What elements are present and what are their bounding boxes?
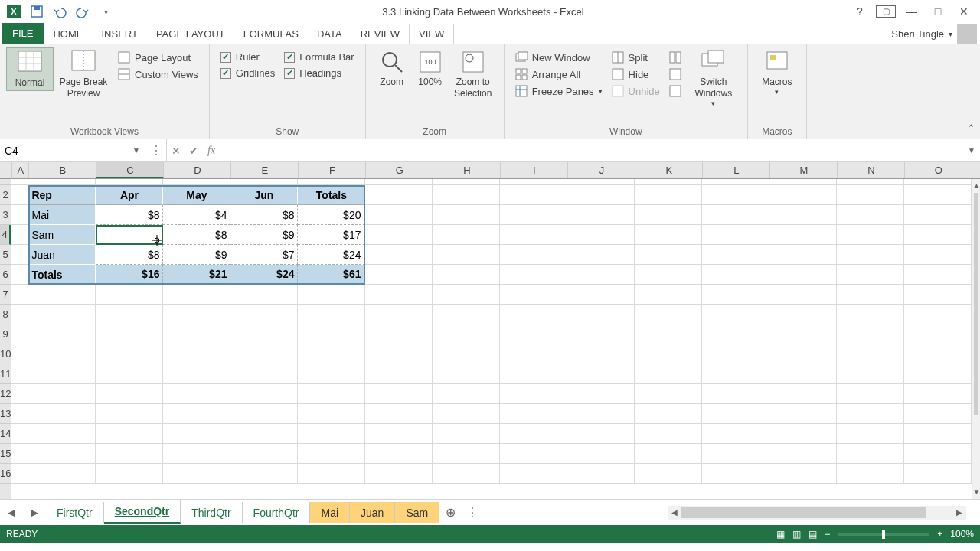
- svg-rect-34: [676, 52, 681, 63]
- sheet-tab-firstqtr[interactable]: FirstQtr: [46, 502, 104, 523]
- sync-scroll-icon[interactable]: [668, 66, 683, 83]
- cancel-icon[interactable]: ✕: [172, 145, 181, 157]
- vertical-scrollbar[interactable]: ▲ ▼: [972, 179, 980, 499]
- svg-rect-11: [119, 52, 129, 63]
- view-normal-icon[interactable]: ▦: [776, 529, 785, 540]
- sheet-nav-next-icon[interactable]: ▶: [31, 507, 38, 518]
- svg-rect-4: [18, 51, 41, 71]
- tab-formulas[interactable]: FORMULAS: [234, 24, 308, 44]
- svg-rect-36: [670, 86, 681, 96]
- sheet-tab-sam[interactable]: Sam: [395, 502, 439, 523]
- formula-row: C4▼ ⋮ ✕ ✔ fx ▼: [0, 139, 980, 162]
- svg-line-15: [395, 65, 402, 72]
- svg-text:100: 100: [424, 58, 436, 66]
- ruler-checkbox[interactable]: ✔Ruler: [219, 49, 276, 65]
- svg-rect-18: [463, 52, 483, 72]
- zoom-100-button[interactable]: 100100%: [412, 47, 449, 90]
- macros-button[interactable]: Macros▾: [754, 47, 800, 98]
- zoom-slider[interactable]: [838, 533, 929, 536]
- sheet-tab-fourthqtr[interactable]: FourthQtr: [243, 502, 311, 523]
- ribbon-options-icon[interactable]: ▢: [876, 5, 896, 18]
- horizontal-scrollbar[interactable]: ◀ ▶: [668, 506, 966, 520]
- page-layout-button[interactable]: Page Layout: [116, 49, 200, 66]
- hscroll-thumb[interactable]: [681, 507, 926, 518]
- redo-icon[interactable]: [72, 1, 93, 22]
- tab-insert[interactable]: INSERT: [92, 24, 146, 44]
- help-icon[interactable]: ?: [850, 5, 870, 18]
- svg-rect-25: [522, 75, 527, 80]
- sheet-tab-bar: ◀▶ FirstQtr SecondQtr ThirdQtr FourthQtr…: [0, 499, 980, 525]
- view-layout-icon[interactable]: ▥: [792, 529, 801, 540]
- expand-formula-icon[interactable]: ▼: [968, 146, 975, 155]
- tab-data[interactable]: DATA: [308, 24, 351, 44]
- scroll-thumb[interactable]: [974, 193, 978, 415]
- active-cell[interactable]: [96, 225, 163, 245]
- svg-rect-35: [670, 69, 681, 80]
- select-all-corner[interactable]: [0, 162, 12, 179]
- scroll-left-icon[interactable]: ◀: [668, 508, 681, 517]
- new-sheet-icon[interactable]: ⊕: [439, 505, 461, 520]
- title-bar: X ▾ 3.3 Linking Data Between Worksheets …: [0, 0, 980, 23]
- save-icon[interactable]: [26, 1, 47, 22]
- formula-bar[interactable]: ▼: [220, 139, 980, 161]
- undo-icon[interactable]: [49, 1, 70, 22]
- svg-rect-24: [516, 75, 521, 80]
- formulabar-checkbox[interactable]: ✔Formula Bar: [283, 49, 356, 65]
- custom-views-button[interactable]: Custom Views: [116, 66, 200, 83]
- tab-review[interactable]: REVIEW: [351, 24, 409, 44]
- sheet-tab-mai[interactable]: Mai: [310, 502, 350, 523]
- svg-rect-33: [670, 52, 675, 63]
- svg-point-14: [383, 53, 397, 67]
- zoom-in-icon[interactable]: +: [937, 529, 942, 540]
- name-box[interactable]: C4▼: [0, 139, 145, 161]
- scroll-right-icon[interactable]: ▶: [952, 508, 966, 517]
- window-title: 3.3 Linking Data Between Worksheets - Ex…: [116, 6, 850, 18]
- status-mode: READY: [6, 529, 38, 540]
- maximize-icon[interactable]: □: [928, 5, 948, 18]
- tab-file[interactable]: FILE: [2, 23, 44, 44]
- sheet-tab-thirdqtr[interactable]: ThirdQtr: [181, 502, 242, 523]
- tab-home[interactable]: HOME: [44, 24, 92, 44]
- enter-icon[interactable]: ✔: [189, 145, 198, 157]
- sheet-tab-juan[interactable]: Juan: [350, 502, 395, 523]
- svg-rect-3: [34, 6, 40, 10]
- hide-button[interactable]: Hide: [610, 66, 662, 83]
- account-area[interactable]: Sheri Tingle▾: [891, 24, 980, 44]
- column-headers[interactable]: A B C D E F G H I J K L M N O: [12, 162, 972, 179]
- zoom-level[interactable]: 100%: [950, 529, 974, 540]
- tab-page-layout[interactable]: PAGE LAYOUT: [147, 24, 234, 44]
- svg-rect-32: [612, 86, 623, 96]
- reset-position-icon[interactable]: [668, 83, 683, 99]
- cell-grid[interactable]: Rep Apr May Jun Totals Mai $8 $4 $8 $20 …: [11, 179, 972, 499]
- arrange-all-button[interactable]: Arrange All: [514, 66, 604, 83]
- normal-view-button[interactable]: Normal: [6, 47, 54, 91]
- view-break-icon[interactable]: ▤: [808, 529, 817, 540]
- new-window-button[interactable]: New Window: [514, 49, 604, 66]
- collapse-ribbon-icon[interactable]: ⌃: [967, 122, 975, 134]
- scroll-up-icon[interactable]: ▲: [972, 179, 980, 193]
- zoom-button[interactable]: Zoom: [372, 47, 412, 90]
- zoom-out-icon[interactable]: −: [825, 529, 830, 540]
- sheet-tab-secondqtr[interactable]: SecondQtr: [104, 500, 181, 524]
- scroll-down-icon[interactable]: ▼: [972, 485, 980, 499]
- view-side-icon[interactable]: [668, 49, 683, 66]
- tab-view[interactable]: VIEW: [409, 24, 454, 44]
- ribbon-tabs: FILE HOME INSERT PAGE LAYOUT FORMULAS DA…: [0, 23, 980, 44]
- close-icon[interactable]: ✕: [954, 5, 974, 18]
- switch-windows-button[interactable]: Switch Windows▾: [686, 47, 741, 109]
- qat-customize-icon[interactable]: ▾: [95, 1, 116, 22]
- fx-icon[interactable]: fx: [207, 145, 215, 157]
- chevron-down-icon[interactable]: ▼: [132, 146, 140, 155]
- minimize-icon[interactable]: —: [902, 5, 922, 18]
- split-button[interactable]: Split: [610, 49, 662, 66]
- svg-rect-26: [516, 86, 527, 96]
- freeze-panes-button[interactable]: Freeze Panes▾: [514, 83, 604, 99]
- zoom-to-selection-button[interactable]: Zoom to Selection: [449, 47, 498, 101]
- pagebreak-preview-button[interactable]: Page Break Preview: [54, 47, 113, 101]
- sheet-nav-prev-icon[interactable]: ◀: [8, 507, 15, 518]
- headings-checkbox[interactable]: ✔Headings: [283, 65, 356, 81]
- group-show: ✔Ruler ✔Gridlines ✔Formula Bar ✔Headings…: [210, 44, 366, 139]
- svg-rect-22: [516, 69, 521, 73]
- gridlines-checkbox[interactable]: ✔Gridlines: [219, 65, 276, 81]
- row-headers[interactable]: 2 3 4 5 6 7 8 9 10 11 12 13 14 15 16: [0, 179, 11, 499]
